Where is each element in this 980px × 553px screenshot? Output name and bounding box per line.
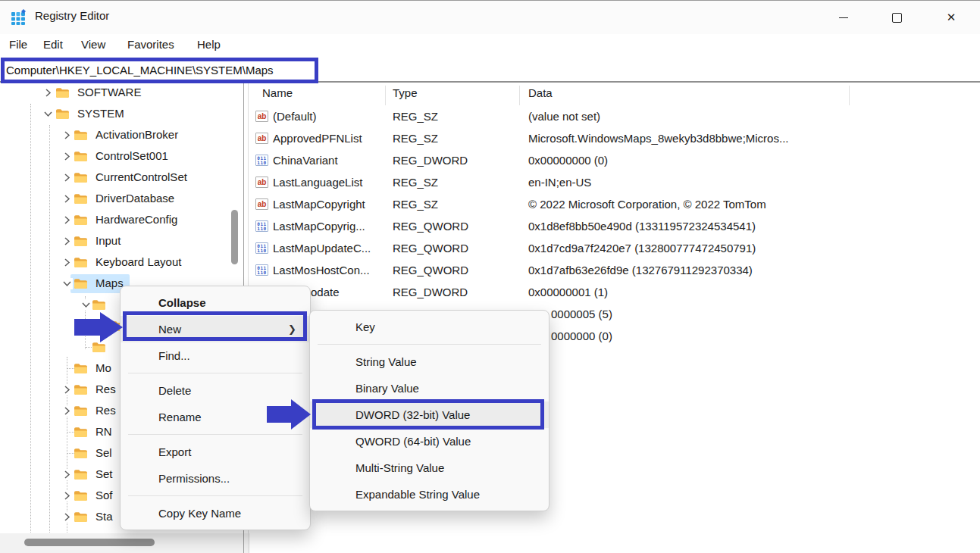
tree-item-label: CurrentControlSet: [95, 170, 187, 183]
column-header-type[interactable]: Type: [393, 86, 418, 99]
chevron-right-icon[interactable]: [61, 193, 73, 205]
tree-item-controlset001[interactable]: ControlSet001: [0, 146, 243, 167]
value-type: REG_DWORD: [393, 286, 468, 298]
context-menu-item-export[interactable]: Export: [121, 439, 310, 465]
horizontal-scrollbar-thumb[interactable]: [24, 539, 155, 546]
tree-item-keyboard-layout[interactable]: Keyboard Layout: [0, 252, 243, 273]
new-submenu-item-expandable-string-value[interactable]: Expandable String Value: [310, 481, 549, 508]
tree-item-label: Sof: [95, 489, 113, 501]
close-button[interactable]: ✕: [934, 1, 969, 34]
chevron-right-icon[interactable]: [42, 87, 54, 98]
chevron-right-icon[interactable]: [61, 384, 73, 395]
chevron-right-icon[interactable]: [61, 511, 73, 523]
context-menu-item-permissions[interactable]: Permissions...: [121, 465, 310, 492]
column-header-name[interactable]: Name: [262, 86, 293, 99]
new-submenu-item-binary-value[interactable]: Binary Value: [310, 375, 549, 401]
tree-item-software[interactable]: SOFTWARE: [0, 83, 243, 104]
folder-icon: [74, 278, 88, 292]
binary-value-icon: 011110: [255, 264, 268, 276]
value-row-default[interactable]: ab(Default)REG_SZ(value not set): [250, 106, 980, 128]
new-submenu-item-dword-32-bit-value[interactable]: DWORD (32-bit) Value: [310, 401, 549, 428]
tree-item-hardwareconfig[interactable]: HardwareConfig: [0, 210, 243, 231]
menubar-item-file[interactable]: File: [9, 38, 27, 51]
context-menu-item-find[interactable]: Find...: [121, 342, 310, 369]
new-submenu-item-qword-64-bit-value[interactable]: QWORD (64-bit) Value: [310, 428, 549, 455]
chevron-right-icon[interactable]: [61, 151, 73, 162]
value-name: (Default): [273, 110, 317, 123]
value-row-lastlanguagelist[interactable]: abLastLanguageListREG_SZen-IN;en-US: [250, 172, 980, 194]
folder-icon: [74, 214, 88, 228]
chevron-right-icon[interactable]: [61, 130, 73, 141]
chevron-down-icon[interactable]: [42, 108, 54, 120]
folder-icon: [74, 511, 88, 525]
tree-item-system[interactable]: SYSTEM: [0, 104, 243, 125]
column-separator[interactable]: [849, 86, 850, 105]
menu-bar: FileEditViewFavoritesHelp: [0, 34, 980, 58]
value-row-lastmapcopyright[interactable]: abLastMapCopyrightREG_SZ© 2022 Microsoft…: [250, 194, 980, 216]
value-row-approvedpfnlist[interactable]: abApprovedPFNListREG_SZMicrosoft.Windows…: [250, 128, 980, 150]
chevron-right-icon[interactable]: [61, 490, 73, 501]
context-menu-item-new[interactable]: New❯: [121, 316, 310, 342]
value-name: LastLanguageList: [273, 176, 362, 189]
menubar-item-favorites[interactable]: Favorites: [127, 38, 174, 51]
chevron-down-icon[interactable]: [61, 278, 73, 289]
context-menu-item-copy-key-name[interactable]: Copy Key Name: [121, 500, 310, 526]
new-submenu-item-key[interactable]: Key: [310, 314, 549, 340]
value-row-lastmapcopyrig[interactable]: 011110LastMapCopyrig...REG_QWORD0x1d8ef8…: [250, 216, 980, 238]
string-value-icon: ab: [255, 177, 268, 188]
value-type: REG_QWORD: [393, 220, 468, 233]
menubar-item-view[interactable]: View: [81, 38, 105, 51]
value-row-lastmoshostcon[interactable]: 011110LastMosHostCon...REG_QWORD0x1d7afb…: [250, 260, 980, 282]
value-data: (value not set): [528, 110, 600, 123]
new-submenu-item-string-value[interactable]: String Value: [310, 348, 549, 375]
new-submenu-item-multi-string-value[interactable]: Multi-String Value: [310, 455, 549, 481]
chevron-right-icon[interactable]: [61, 214, 73, 226]
chevron-right-icon[interactable]: [61, 257, 73, 268]
minimize-button[interactable]: [826, 1, 861, 34]
binary-value-icon: 011110: [255, 155, 268, 166]
tree-item-currentcontrolset[interactable]: CurrentControlSet: [0, 167, 243, 189]
column-separator[interactable]: [385, 86, 386, 105]
submenu-chevron-icon: ❯: [288, 316, 296, 342]
chevron-right-icon[interactable]: [61, 405, 73, 417]
tree-vertical-scrollbar[interactable]: [231, 210, 238, 264]
tree-item-input[interactable]: Input: [0, 231, 243, 252]
value-row-chinavariant[interactable]: 011110ChinaVariantREG_DWORD0x00000000 (0…: [250, 150, 980, 172]
folder-icon: [74, 236, 88, 249]
menubar-item-help[interactable]: Help: [197, 38, 221, 51]
value-row-lastmapupdatec[interactable]: 011110LastMapUpdateC...REG_QWORD0x1d7cd9…: [250, 238, 980, 260]
chevron-right-icon[interactable]: [61, 236, 73, 247]
value-type: REG_SZ: [393, 110, 438, 123]
folder-icon: [74, 490, 88, 504]
column-header-data[interactable]: Data: [528, 86, 553, 99]
tree-item-label: SYSTEM: [77, 107, 124, 120]
column-separator[interactable]: [519, 86, 520, 105]
registry-editor-window: Registry Editor ✕ FileEditViewFavoritesH…: [0, 0, 980, 553]
chevron-right-icon[interactable]: [61, 469, 73, 480]
tree-item-activationbroker[interactable]: ActivationBroker: [0, 125, 243, 146]
value-data: 0000005 (5): [551, 308, 612, 320]
value-data: 0x00000001 (1): [528, 286, 608, 298]
tree-item-label: Input: [95, 234, 121, 247]
annotation-arrow-new: [74, 310, 123, 348]
value-name: ChinaVariant: [273, 154, 338, 167]
value-name: ApprovedPFNList: [273, 132, 362, 145]
folder-icon: [55, 87, 70, 101]
maximize-button[interactable]: [879, 1, 914, 34]
folder-icon: [74, 448, 88, 461]
address-input[interactable]: [0, 58, 980, 82]
value-row-odate[interactable]: odateREG_DWORD0x00000001 (1): [250, 282, 980, 304]
registry-editor-app-icon: [11, 9, 27, 26]
menubar-item-edit[interactable]: Edit: [43, 38, 63, 51]
value-data: © 2022 Microsoft Corporation, © 2022 Tom…: [528, 198, 766, 211]
value-data: 0x00000000 (0): [528, 154, 608, 167]
tree-item-driverdatabase[interactable]: DriverDatabase: [0, 189, 243, 210]
chevron-down-icon[interactable]: [80, 299, 92, 311]
tree-item-label: ActivationBroker: [95, 128, 178, 141]
new-submenu: KeyString ValueBinary ValueDWORD (32-bit…: [309, 310, 549, 511]
chevron-right-icon[interactable]: [61, 172, 73, 183]
title-bar: Registry Editor ✕: [0, 1, 980, 34]
context-menu-item-collapse[interactable]: Collapse: [121, 289, 310, 316]
value-type: REG_SZ: [393, 176, 438, 189]
maximize-icon: [892, 13, 902, 23]
